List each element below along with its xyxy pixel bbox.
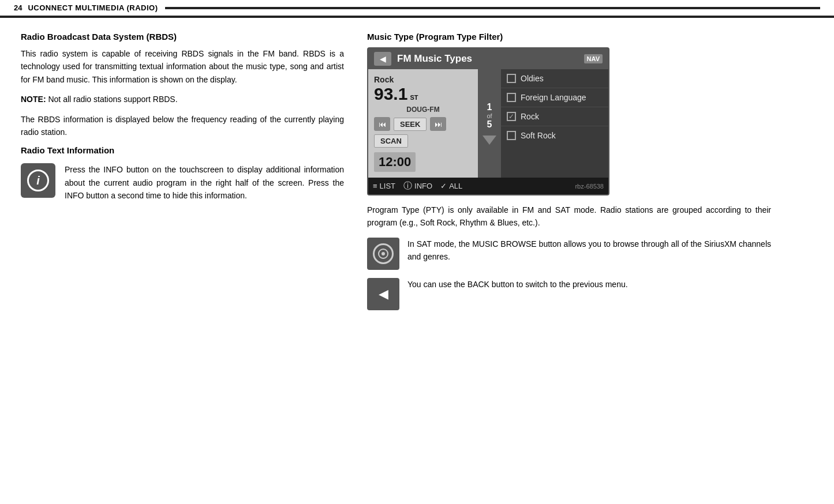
radio-text-heading: Radio Text Information xyxy=(21,145,344,155)
music-type-heading: Music Type (Program Type Filter) xyxy=(367,32,771,42)
fm-back-button[interactable]: ◀ xyxy=(374,52,391,66)
back-text: You can use the BACK button to switch to… xyxy=(407,278,628,291)
option-foreign-language[interactable]: Foreign Language xyxy=(501,88,608,107)
list-icon: ≡ xyxy=(373,182,377,190)
fm-frequency-row: 93.1 ST xyxy=(374,85,472,106)
all-button[interactable]: ✓ ALL xyxy=(440,182,462,190)
fm-screen: ◀ FM Music Types NAV Rock 93.1 ST DOUG-F… xyxy=(367,47,609,195)
check-icon: ✓ xyxy=(440,182,447,190)
checkbox-rock[interactable]: ✓ xyxy=(507,112,516,121)
nav-badge: NAV xyxy=(584,54,603,63)
note-bold: NOTE: xyxy=(21,95,46,104)
seek-prev-button[interactable]: ⏮ xyxy=(374,117,390,131)
page-header: 24 UCONNECT MULTIMEDIA (RADIO) xyxy=(0,0,834,18)
radio-text-info-block: i Press the INFO button on the touchscre… xyxy=(21,163,344,202)
sat-icon-inner xyxy=(378,249,388,259)
info-icon: ⓘ xyxy=(403,180,412,191)
option-rock[interactable]: ✓ Rock xyxy=(501,107,608,126)
fm-station-type: Rock xyxy=(374,75,472,84)
info-icon-box: i xyxy=(21,163,55,198)
radio-text-section: Radio Text Information i Press the INFO … xyxy=(21,145,344,202)
rbds-section: Radio Broadcast Data System (RBDS) This … xyxy=(21,32,344,138)
fm-st-label: ST xyxy=(410,94,418,101)
right-column: Music Type (Program Type Filter) ◀ FM Mu… xyxy=(367,32,771,318)
back-block: ◀ You can use the BACK button to switch … xyxy=(367,278,771,310)
left-column: Radio Broadcast Data System (RBDS) This … xyxy=(21,32,344,318)
sat-icon xyxy=(373,243,394,264)
option-oldies[interactable]: Oldies xyxy=(501,69,608,88)
fm-count-num: 1 xyxy=(487,102,492,112)
checkbox-oldies[interactable] xyxy=(507,74,516,83)
checkbox-foreign-language[interactable] xyxy=(507,93,516,102)
fm-bottom-controls: ≡ LIST ⓘ INFO ✓ ALL rbz-68538 xyxy=(368,178,608,194)
sat-block: In SAT mode, the MUSIC BROWSE button all… xyxy=(367,238,771,270)
rbds-heading: Radio Broadcast Data System (RBDS) xyxy=(21,32,344,42)
sat-text: In SAT mode, the MUSIC BROWSE button all… xyxy=(407,238,771,264)
rbds-note: NOTE: Not all radio stations support RBD… xyxy=(21,93,344,106)
fm-time: 12:00 xyxy=(374,152,416,172)
info-icon: i xyxy=(27,170,49,191)
fm-down-arrow[interactable] xyxy=(483,136,496,145)
fm-frequency: 93.1 xyxy=(374,85,407,103)
fm-seek-row: ⏮ SEEK ⏭ xyxy=(374,117,472,131)
option-label-soft-rock: Soft Rock xyxy=(521,131,556,140)
fm-count-column: 1 of 5 xyxy=(478,69,501,178)
sat-icon-dot xyxy=(382,252,385,255)
main-content: Radio Broadcast Data System (RBDS) This … xyxy=(0,18,834,332)
sat-icon-box xyxy=(367,238,399,270)
back-arrow-icon: ◀ xyxy=(379,287,388,302)
radio-text-info-text: Press the INFO button on the touchscreen… xyxy=(65,163,344,202)
fm-count-total: 5 xyxy=(487,119,492,130)
back-icon-box: ◀ xyxy=(367,278,399,310)
check-mark-rock: ✓ xyxy=(508,112,514,121)
info-label: INFO xyxy=(414,182,432,190)
list-label: LIST xyxy=(380,182,395,190)
option-soft-rock[interactable]: Soft Rock xyxy=(501,126,608,145)
option-label-oldies: Oldies xyxy=(521,74,544,83)
rbds-para2: The RBDS information is displayed below … xyxy=(21,113,344,139)
fm-screen-body: Rock 93.1 ST DOUG-FM ⏮ SEEK ⏭ SCAN 12:00 xyxy=(368,69,608,178)
scan-button[interactable]: SCAN xyxy=(374,134,408,148)
rbds-para1: This radio system is capable of receivin… xyxy=(21,47,344,86)
fm-left-panel: Rock 93.1 ST DOUG-FM ⏮ SEEK ⏭ SCAN 12:00 xyxy=(368,69,478,178)
fm-count-of: of xyxy=(487,112,492,119)
seek-label: SEEK xyxy=(394,118,427,131)
list-button[interactable]: ≡ LIST xyxy=(373,182,395,190)
fm-station-name: DOUG-FM xyxy=(374,106,472,114)
fm-options-list: Oldies Foreign Language ✓ Rock xyxy=(501,69,608,178)
fm-title: FM Music Types xyxy=(397,53,578,65)
header-line xyxy=(165,7,820,9)
all-label: ALL xyxy=(449,182,462,190)
page-number: 24 xyxy=(14,3,22,12)
option-label-foreign-language: Foreign Language xyxy=(521,93,586,102)
ref-label: rbz-68538 xyxy=(575,183,604,190)
checkbox-soft-rock[interactable] xyxy=(507,131,516,140)
fm-screen-header: ◀ FM Music Types NAV xyxy=(368,48,608,69)
info-button[interactable]: ⓘ INFO xyxy=(403,180,432,191)
pty-paragraph: Program Type (PTY) is only available in … xyxy=(367,204,771,230)
option-label-rock: Rock xyxy=(521,112,539,121)
seek-next-button[interactable]: ⏭ xyxy=(430,117,446,131)
page-title: UCONNECT MULTIMEDIA (RADIO) xyxy=(28,3,158,12)
